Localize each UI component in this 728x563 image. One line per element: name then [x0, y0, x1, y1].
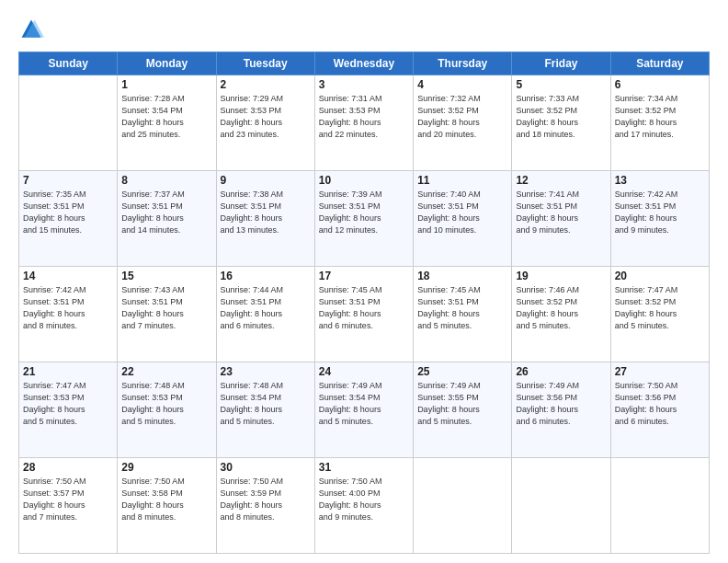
calendar-cell: 8Sunrise: 7:37 AM Sunset: 3:51 PM Daylig…	[118, 171, 216, 267]
day-number: 15	[121, 270, 211, 282]
calendar-cell: 12Sunrise: 7:41 AM Sunset: 3:51 PM Dayli…	[512, 171, 610, 267]
day-info: Sunrise: 7:45 AM Sunset: 3:51 PM Dayligh…	[319, 284, 409, 332]
calendar-cell: 9Sunrise: 7:38 AM Sunset: 3:51 PM Daylig…	[216, 171, 314, 267]
day-info: Sunrise: 7:28 AM Sunset: 3:54 PM Dayligh…	[121, 93, 211, 141]
day-info: Sunrise: 7:29 AM Sunset: 3:53 PM Dayligh…	[221, 93, 311, 141]
day-info: Sunrise: 7:49 AM Sunset: 3:56 PM Dayligh…	[516, 380, 606, 428]
day-number: 7	[23, 174, 113, 187]
calendar-cell: 11Sunrise: 7:40 AM Sunset: 3:51 PM Dayli…	[414, 171, 512, 267]
day-info: Sunrise: 7:37 AM Sunset: 3:51 PM Dayligh…	[121, 189, 211, 236]
day-number: 5	[516, 78, 606, 91]
day-info: Sunrise: 7:48 AM Sunset: 3:53 PM Dayligh…	[121, 380, 211, 428]
calendar-cell: 29Sunrise: 7:50 AM Sunset: 3:58 PM Dayli…	[118, 458, 216, 554]
calendar-cell: 28Sunrise: 7:50 AM Sunset: 3:57 PM Dayli…	[19, 458, 118, 554]
day-number: 4	[417, 78, 507, 91]
day-number: 13	[615, 174, 705, 187]
day-number: 6	[615, 78, 705, 91]
day-info: Sunrise: 7:33 AM Sunset: 3:52 PM Dayligh…	[516, 93, 606, 141]
day-info: Sunrise: 7:47 AM Sunset: 3:52 PM Dayligh…	[615, 284, 705, 332]
day-header-wednesday: Wednesday	[314, 52, 413, 75]
day-number: 19	[516, 270, 606, 282]
day-info: Sunrise: 7:35 AM Sunset: 3:51 PM Dayligh…	[23, 189, 113, 236]
day-number: 30	[221, 461, 311, 474]
calendar-cell: 16Sunrise: 7:44 AM Sunset: 3:51 PM Dayli…	[216, 267, 314, 362]
day-info: Sunrise: 7:39 AM Sunset: 3:51 PM Dayligh…	[319, 189, 409, 236]
day-info: Sunrise: 7:47 AM Sunset: 3:53 PM Dayligh…	[23, 380, 113, 428]
day-number: 28	[23, 461, 113, 474]
calendar-cell: 19Sunrise: 7:46 AM Sunset: 3:52 PM Dayli…	[512, 267, 610, 362]
day-header-monday: Monday	[118, 52, 216, 75]
day-number: 20	[615, 270, 705, 282]
day-info: Sunrise: 7:48 AM Sunset: 3:54 PM Dayligh…	[221, 380, 311, 428]
calendar-cell: 13Sunrise: 7:42 AM Sunset: 3:51 PM Dayli…	[610, 171, 709, 267]
calendar-cell: 7Sunrise: 7:35 AM Sunset: 3:51 PM Daylig…	[19, 171, 118, 267]
calendar-cell: 4Sunrise: 7:32 AM Sunset: 3:52 PM Daylig…	[414, 75, 512, 171]
day-number: 12	[516, 174, 606, 187]
calendar-week-3: 21Sunrise: 7:47 AM Sunset: 3:53 PM Dayli…	[19, 362, 710, 458]
calendar-week-4: 28Sunrise: 7:50 AM Sunset: 3:57 PM Dayli…	[19, 458, 710, 554]
day-header-thursday: Thursday	[414, 52, 512, 75]
day-header-tuesday: Tuesday	[216, 52, 314, 75]
day-info: Sunrise: 7:32 AM Sunset: 3:52 PM Dayligh…	[417, 93, 507, 141]
calendar-cell: 14Sunrise: 7:42 AM Sunset: 3:51 PM Dayli…	[19, 267, 118, 362]
day-info: Sunrise: 7:46 AM Sunset: 3:52 PM Dayligh…	[516, 284, 606, 332]
day-info: Sunrise: 7:43 AM Sunset: 3:51 PM Dayligh…	[121, 284, 211, 332]
day-number: 2	[221, 78, 311, 91]
day-info: Sunrise: 7:49 AM Sunset: 3:54 PM Dayligh…	[319, 380, 409, 428]
day-info: Sunrise: 7:45 AM Sunset: 3:51 PM Dayligh…	[417, 284, 507, 332]
day-number: 22	[121, 365, 211, 378]
logo-icon	[18, 17, 44, 42]
day-info: Sunrise: 7:50 AM Sunset: 3:57 PM Dayligh…	[23, 476, 113, 523]
header	[18, 17, 710, 42]
calendar-cell: 1Sunrise: 7:28 AM Sunset: 3:54 PM Daylig…	[118, 75, 216, 171]
day-number: 9	[221, 174, 311, 187]
day-number: 8	[121, 174, 211, 187]
calendar-table: SundayMondayTuesdayWednesdayThursdayFrid…	[18, 52, 710, 554]
calendar-cell: 5Sunrise: 7:33 AM Sunset: 3:52 PM Daylig…	[512, 75, 610, 171]
day-info: Sunrise: 7:38 AM Sunset: 3:51 PM Dayligh…	[221, 189, 311, 236]
calendar-cell: 24Sunrise: 7:49 AM Sunset: 3:54 PM Dayli…	[314, 362, 413, 458]
calendar-cell: 22Sunrise: 7:48 AM Sunset: 3:53 PM Dayli…	[118, 362, 216, 458]
day-info: Sunrise: 7:49 AM Sunset: 3:55 PM Dayligh…	[417, 380, 507, 428]
calendar-cell: 23Sunrise: 7:48 AM Sunset: 3:54 PM Dayli…	[216, 362, 314, 458]
day-number: 21	[23, 365, 113, 378]
day-info: Sunrise: 7:40 AM Sunset: 3:51 PM Dayligh…	[417, 189, 507, 236]
calendar-cell: 27Sunrise: 7:50 AM Sunset: 3:56 PM Dayli…	[610, 362, 709, 458]
calendar-cell	[19, 75, 118, 171]
day-number: 24	[319, 365, 409, 378]
day-number: 16	[221, 270, 311, 282]
calendar-cell	[512, 458, 610, 554]
day-number: 10	[319, 174, 409, 187]
calendar-header-row: SundayMondayTuesdayWednesdayThursdayFrid…	[19, 52, 710, 75]
calendar-cell: 21Sunrise: 7:47 AM Sunset: 3:53 PM Dayli…	[19, 362, 118, 458]
day-header-friday: Friday	[512, 52, 610, 75]
day-number: 29	[121, 461, 211, 474]
day-info: Sunrise: 7:42 AM Sunset: 3:51 PM Dayligh…	[615, 189, 705, 236]
day-number: 26	[516, 365, 606, 378]
day-info: Sunrise: 7:31 AM Sunset: 3:53 PM Dayligh…	[319, 93, 409, 141]
calendar-cell: 2Sunrise: 7:29 AM Sunset: 3:53 PM Daylig…	[216, 75, 314, 171]
day-info: Sunrise: 7:44 AM Sunset: 3:51 PM Dayligh…	[221, 284, 311, 332]
calendar-cell: 15Sunrise: 7:43 AM Sunset: 3:51 PM Dayli…	[118, 267, 216, 362]
calendar-cell	[610, 458, 709, 554]
day-info: Sunrise: 7:41 AM Sunset: 3:51 PM Dayligh…	[516, 189, 606, 236]
calendar-cell: 18Sunrise: 7:45 AM Sunset: 3:51 PM Dayli…	[414, 267, 512, 362]
calendar-cell: 6Sunrise: 7:34 AM Sunset: 3:52 PM Daylig…	[610, 75, 709, 171]
day-number: 3	[319, 78, 409, 91]
day-number: 1	[121, 78, 211, 91]
day-info: Sunrise: 7:50 AM Sunset: 3:59 PM Dayligh…	[221, 476, 311, 523]
day-info: Sunrise: 7:50 AM Sunset: 3:58 PM Dayligh…	[121, 476, 211, 523]
calendar-week-1: 7Sunrise: 7:35 AM Sunset: 3:51 PM Daylig…	[19, 171, 710, 267]
calendar-cell: 10Sunrise: 7:39 AM Sunset: 3:51 PM Dayli…	[314, 171, 413, 267]
day-info: Sunrise: 7:50 AM Sunset: 4:00 PM Dayligh…	[319, 476, 409, 523]
day-number: 27	[615, 365, 705, 378]
day-number: 18	[417, 270, 507, 282]
calendar-cell: 3Sunrise: 7:31 AM Sunset: 3:53 PM Daylig…	[314, 75, 413, 171]
calendar-cell: 20Sunrise: 7:47 AM Sunset: 3:52 PM Dayli…	[610, 267, 709, 362]
day-number: 17	[319, 270, 409, 282]
day-number: 11	[417, 174, 507, 187]
calendar-cell: 25Sunrise: 7:49 AM Sunset: 3:55 PM Dayli…	[414, 362, 512, 458]
day-header-sunday: Sunday	[19, 52, 118, 75]
day-number: 25	[417, 365, 507, 378]
calendar-cell	[414, 458, 512, 554]
